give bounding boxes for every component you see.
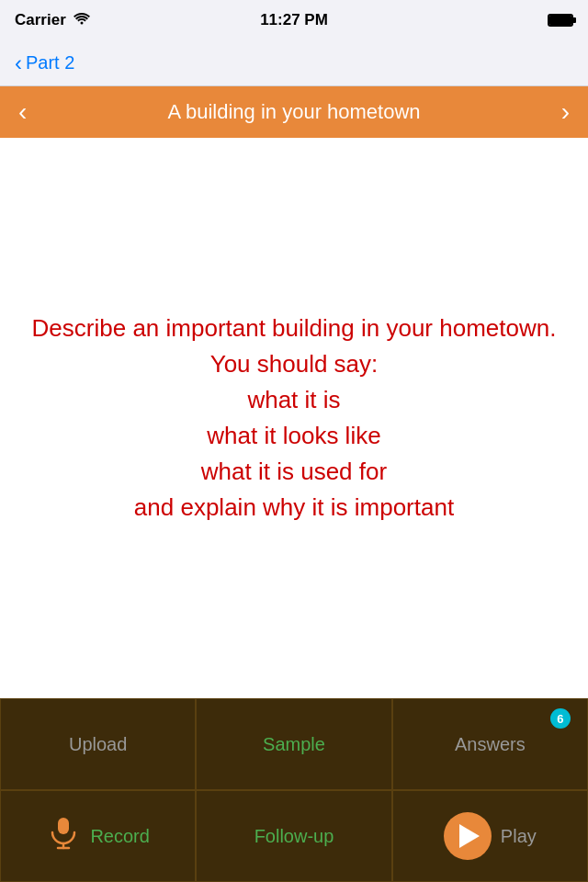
- play-label: Play: [501, 826, 537, 847]
- record-label: Record: [90, 826, 149, 847]
- toolbar-row-1: Upload Sample Answers 6: [0, 698, 588, 790]
- bottom-toolbar: Upload Sample Answers 6 Record Follo: [0, 698, 588, 882]
- nav-bar: ‹ Part 2: [0, 40, 588, 86]
- back-label: Part 2: [26, 52, 74, 74]
- status-right: [548, 14, 573, 27]
- followup-label: Follow-up: [254, 826, 334, 847]
- carrier-label: Carrier: [15, 11, 66, 29]
- record-button[interactable]: Record: [0, 790, 196, 882]
- question-text: Describe an important building in your h…: [32, 311, 557, 526]
- wifi-icon: [74, 11, 90, 29]
- play-button[interactable]: Play: [392, 790, 588, 882]
- status-bar: Carrier 11:27 PM: [0, 0, 588, 40]
- upload-label: Upload: [69, 734, 127, 755]
- topic-prev-button[interactable]: ‹: [18, 97, 27, 127]
- status-left: Carrier: [15, 11, 90, 29]
- status-time: 11:27 PM: [260, 11, 328, 29]
- mic-icon: [46, 815, 81, 858]
- sample-button[interactable]: Sample: [196, 698, 391, 790]
- battery-icon: [548, 14, 573, 27]
- upload-button[interactable]: Upload: [0, 698, 196, 790]
- answers-button[interactable]: Answers 6: [392, 698, 588, 790]
- toolbar-row-2: Record Follow-up Play: [0, 790, 588, 882]
- answers-label: Answers: [455, 734, 526, 755]
- topic-bar: ‹ A building in your hometown ›: [0, 86, 588, 138]
- main-content: Describe an important building in your h…: [0, 138, 588, 698]
- sample-label: Sample: [263, 734, 325, 755]
- play-icon: [444, 812, 492, 860]
- svg-rect-0: [58, 818, 69, 834]
- back-chevron-icon: ‹: [15, 52, 22, 74]
- topic-title: A building in your hometown: [27, 100, 560, 124]
- play-triangle: [459, 824, 480, 848]
- topic-next-button[interactable]: ›: [561, 97, 570, 127]
- back-button[interactable]: ‹ Part 2: [15, 52, 74, 74]
- answers-badge: 6: [550, 708, 571, 729]
- followup-button[interactable]: Follow-up: [196, 790, 391, 882]
